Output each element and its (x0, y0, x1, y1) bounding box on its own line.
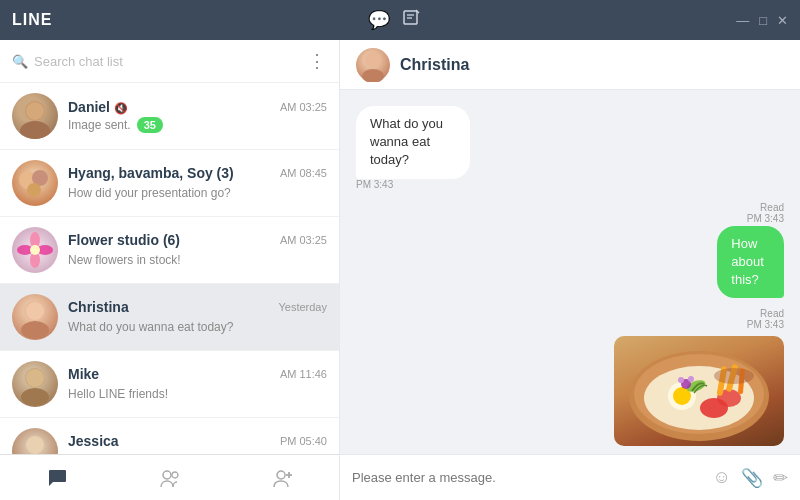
window-controls: — □ ✕ (736, 13, 788, 28)
emoji-icon[interactable]: ☺ (713, 467, 731, 488)
list-item[interactable]: Jessica PM 05:40 We've got a meeting tod… (0, 418, 339, 454)
message-col: ReadPM 3:43 How about this? (663, 202, 784, 299)
svg-point-15 (30, 245, 40, 255)
minimize-button[interactable]: — (736, 13, 749, 28)
compose-icon[interactable] (402, 9, 420, 32)
svg-point-41 (678, 377, 684, 383)
svg-point-18 (26, 302, 44, 320)
avatar (12, 294, 58, 340)
chat-name: Daniel 🔇 (68, 99, 128, 115)
svg-point-27 (277, 471, 285, 479)
message-row: ReadPM 3:43 How about this? (356, 202, 784, 299)
search-placeholder: Search chat list (34, 54, 123, 69)
chat-time: AM 08:45 (280, 167, 327, 179)
maximize-button[interactable]: □ (759, 13, 767, 28)
chat-header-name: Christina (400, 56, 469, 74)
chat-list: Daniel 🔇 AM 03:25 Image sent. 35 (0, 83, 339, 454)
message-col: What do you wanna eat today? PM 3:43 (356, 106, 563, 192)
chat-time: PM 05:40 (280, 435, 327, 447)
app-logo: LINE (12, 11, 52, 29)
avatar (12, 361, 58, 407)
chat-header: Christina (340, 40, 800, 90)
chat-info: Mike AM 11:46 Hello LINE friends! (68, 366, 327, 402)
chat-time: AM 03:25 (280, 101, 327, 113)
chat-name: Flower studio (6) (68, 232, 180, 248)
titlebar-icons: 💬 (52, 9, 736, 32)
message-time: PM 3:43 (356, 179, 563, 190)
messages-area: What do you wanna eat today? PM 3:43 Rea… (340, 90, 800, 454)
svg-point-6 (26, 102, 44, 120)
avatar (12, 93, 58, 139)
close-button[interactable]: ✕ (777, 13, 788, 28)
bottom-nav (0, 454, 339, 500)
input-bar: ☺ 📎 ✏ (340, 454, 800, 500)
message-read-status: ReadPM 3:43 (747, 308, 784, 330)
list-item[interactable]: Hyang, bavamba, Soy (3) AM 08:45 How did… (0, 150, 339, 217)
message-input[interactable] (352, 470, 703, 485)
nav-friends-button[interactable] (113, 455, 226, 500)
attachment-icon[interactable]: 📎 (741, 467, 763, 489)
svg-point-9 (27, 183, 41, 197)
chat-preview: Image sent. (68, 118, 131, 132)
message-bubble: How about this? (717, 226, 784, 299)
svg-point-42 (688, 376, 694, 382)
svg-point-25 (163, 471, 171, 479)
svg-point-24 (26, 436, 44, 454)
unread-badge: 35 (137, 117, 163, 133)
svg-point-20 (21, 388, 49, 406)
message-col: ReadPM 3:43 (614, 308, 784, 446)
chat-preview: Hello LINE friends! (68, 387, 168, 401)
titlebar: LINE 💬 — □ ✕ (0, 0, 800, 40)
nav-add-friend-button[interactable] (226, 455, 339, 500)
chat-name: Jessica (68, 433, 119, 449)
chat-time: Yesterday (278, 301, 327, 313)
sticker-icon[interactable]: ✏ (773, 467, 788, 489)
chat-name: Hyang, bavamba, Soy (3) (68, 165, 234, 181)
chat-preview: What do you wanna eat today? (68, 320, 233, 334)
avatar (12, 428, 58, 454)
svg-point-46 (714, 368, 754, 384)
svg-point-26 (172, 472, 178, 478)
avatar (12, 160, 58, 206)
chat-info: Hyang, bavamba, Soy (3) AM 08:45 How did… (68, 165, 327, 201)
svg-point-17 (21, 321, 49, 339)
chat-name: Mike (68, 366, 99, 382)
message-row: What do you wanna eat today? PM 3:43 (356, 106, 784, 192)
chat-info: Flower studio (6) AM 03:25 New flowers i… (68, 232, 327, 268)
list-item[interactable]: Mike AM 11:46 Hello LINE friends! (0, 351, 339, 418)
search-icon: 🔍 (12, 54, 28, 69)
message-bubble: What do you wanna eat today? (356, 106, 470, 179)
chat-name: Christina (68, 299, 129, 315)
main-layout: 🔍 Search chat list ⋮ Daniel 🔇 AM 03:25 (0, 40, 800, 500)
chat-info: Christina Yesterday What do you wanna ea… (68, 299, 327, 335)
food-image (614, 336, 784, 446)
chat-panel: Christina What do you wanna eat today? P… (340, 40, 800, 500)
chat-icon[interactable]: 💬 (368, 9, 390, 31)
search-bar: 🔍 Search chat list ⋮ (0, 40, 339, 83)
nav-chat-button[interactable] (0, 455, 113, 500)
chat-info: Daniel 🔇 AM 03:25 Image sent. 35 (68, 99, 327, 133)
svg-point-31 (362, 69, 384, 82)
message-row: ReadPM 3:43 (356, 308, 784, 446)
avatar (12, 227, 58, 273)
more-options-button[interactable]: ⋮ (308, 50, 327, 72)
svg-point-5 (20, 121, 50, 139)
list-item[interactable]: Christina Yesterday What do you wanna ea… (0, 284, 339, 351)
chat-info: Jessica PM 05:40 We've got a meeting tod… (68, 433, 327, 454)
chat-time: AM 03:25 (280, 234, 327, 246)
list-item[interactable]: Flower studio (6) AM 03:25 New flowers i… (0, 217, 339, 284)
svg-point-30 (365, 52, 381, 68)
svg-point-21 (26, 369, 44, 387)
chat-time: AM 11:46 (280, 368, 327, 380)
chat-header-avatar (356, 48, 390, 82)
chat-preview: New flowers in stock! (68, 253, 181, 267)
sidebar: 🔍 Search chat list ⋮ Daniel 🔇 AM 03:25 (0, 40, 340, 500)
search-wrap[interactable]: 🔍 Search chat list (12, 54, 123, 69)
list-item[interactable]: Daniel 🔇 AM 03:25 Image sent. 35 (0, 83, 339, 150)
message-read-status: ReadPM 3:43 (747, 202, 784, 224)
chat-preview: How did your presentation go? (68, 186, 231, 200)
